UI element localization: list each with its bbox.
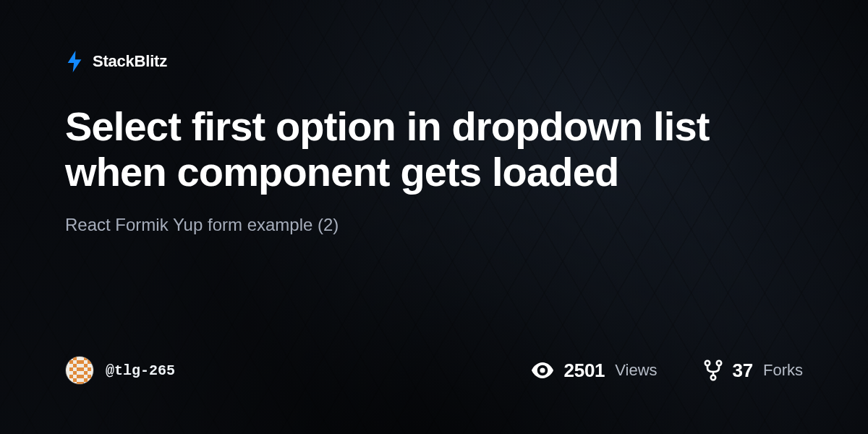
brand-name: StackBlitz [93, 52, 167, 71]
forks-label: Forks [763, 361, 803, 380]
svg-rect-7 [84, 364, 88, 367]
svg-rect-14 [77, 375, 84, 378]
svg-rect-4 [77, 360, 84, 364]
svg-rect-17 [84, 378, 88, 382]
svg-rect-5 [88, 360, 91, 364]
views-stat: 2501 Views [532, 359, 657, 382]
svg-rect-16 [73, 378, 77, 382]
stats-group: 2501 Views 37 Forks [532, 359, 803, 382]
svg-rect-11 [73, 371, 77, 375]
svg-point-19 [540, 367, 545, 373]
views-count: 2501 [563, 359, 605, 382]
forks-stat: 37 Forks [704, 359, 803, 382]
svg-rect-2 [84, 357, 88, 360]
svg-rect-9 [77, 367, 84, 371]
svg-rect-12 [84, 371, 88, 375]
views-label: Views [615, 361, 657, 380]
svg-rect-18 [77, 382, 84, 385]
project-subtitle: React Formik Yup form example (2) [65, 215, 803, 235]
svg-rect-8 [69, 367, 73, 371]
card-footer: @tlg-265 2501 Views [65, 356, 803, 385]
svg-rect-3 [69, 360, 73, 364]
author-handle: @tlg-265 [106, 362, 175, 379]
svg-rect-15 [88, 375, 91, 378]
svg-rect-10 [88, 367, 91, 371]
author-block: @tlg-265 [65, 356, 175, 385]
fork-icon [704, 359, 723, 381]
svg-rect-6 [73, 364, 77, 367]
brand-lockup: StackBlitz [65, 51, 803, 72]
svg-rect-1 [73, 357, 77, 360]
forks-count: 37 [733, 359, 753, 382]
og-card: StackBlitz Select first option in dropdo… [0, 0, 868, 434]
project-title: Select first option in dropdown list whe… [65, 104, 774, 195]
eye-icon [532, 362, 553, 378]
avatar [65, 356, 94, 385]
bolt-icon [65, 51, 84, 72]
svg-rect-13 [69, 375, 73, 378]
